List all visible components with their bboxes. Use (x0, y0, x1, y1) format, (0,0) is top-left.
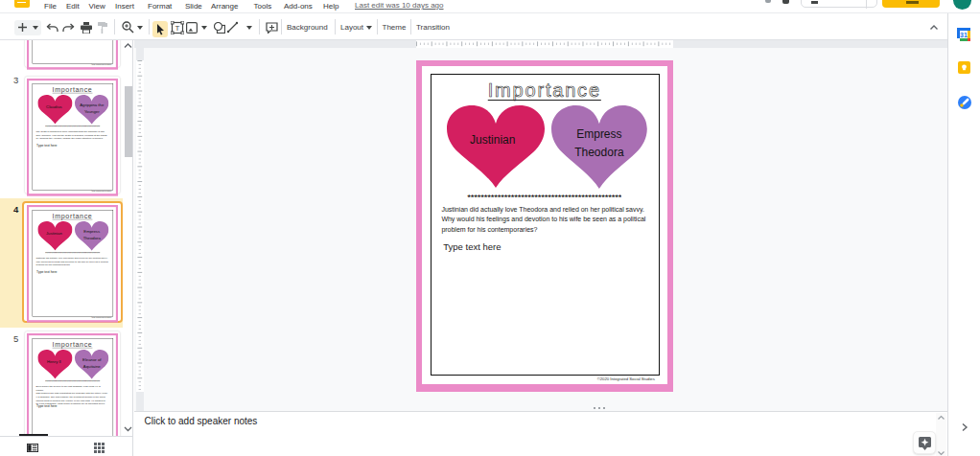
svg-text:T: T (175, 24, 179, 33)
svg-text:31: 31 (960, 32, 968, 38)
